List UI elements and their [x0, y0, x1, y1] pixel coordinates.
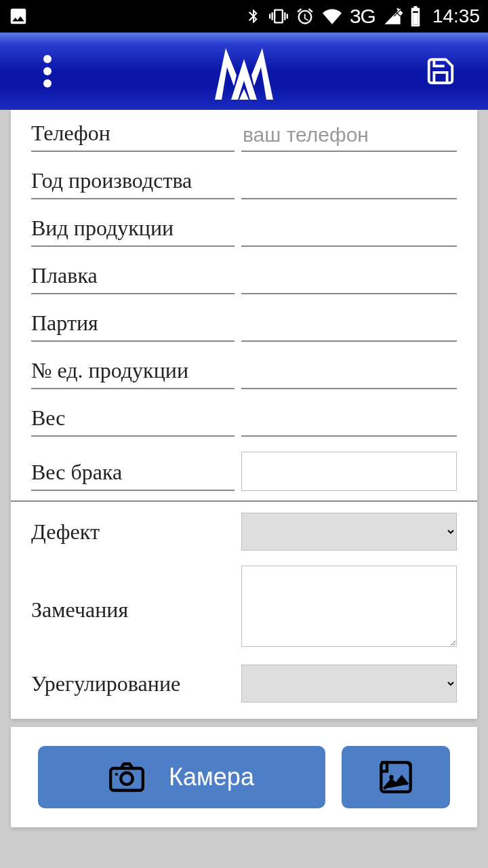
network-3g-icon: 3G [350, 5, 375, 28]
row-weight: Вес [11, 404, 477, 437]
save-button[interactable] [420, 51, 461, 92]
input-product-type[interactable] [241, 216, 457, 247]
row-settlement: Урегулирование [11, 665, 477, 703]
row-defect: Дефект [11, 513, 477, 551]
status-bar: 3G 14:35 [0, 0, 488, 33]
gallery-icon [378, 761, 413, 793]
select-defect[interactable] [241, 513, 457, 551]
camera-button-label: Камера [169, 763, 254, 791]
label-unit-number: № ед. продукции [31, 357, 235, 389]
camera-icon [109, 762, 144, 792]
svg-point-5 [43, 79, 52, 87]
svg-point-11 [121, 773, 132, 785]
app-bar [0, 33, 488, 110]
bluetooth-icon [245, 7, 262, 26]
input-batch[interactable] [241, 311, 457, 342]
input-weight[interactable] [241, 406, 457, 437]
alarm-icon [296, 7, 314, 26]
label-melting: Плавка [31, 262, 235, 294]
select-settlement[interactable] [241, 665, 457, 703]
battery-icon [409, 6, 422, 26]
row-product-type: Вид продукции [11, 214, 477, 247]
input-unit-number[interactable] [241, 358, 457, 389]
input-weight-defect[interactable] [241, 452, 457, 491]
svg-rect-2 [413, 13, 418, 25]
app-logo [207, 40, 281, 102]
label-settlement: Урегулирование [31, 670, 235, 697]
vibrate-icon [268, 7, 289, 26]
gallery-button[interactable] [342, 746, 450, 808]
actions-card: Камера [11, 727, 477, 827]
label-product-type: Вид продукции [31, 214, 235, 247]
svg-point-3 [43, 55, 52, 63]
svg-point-4 [43, 67, 52, 75]
textarea-remarks[interactable] [241, 566, 457, 647]
label-defect: Дефект [31, 518, 235, 545]
clock-text: 14:35 [432, 5, 480, 27]
label-weight: Вес [31, 404, 235, 437]
row-year: Год производства [11, 167, 477, 199]
row-unit-number: № ед. продукции [11, 357, 477, 389]
svg-marker-6 [215, 48, 237, 100]
label-phone: Телефон [31, 119, 235, 152]
input-phone[interactable] [241, 121, 457, 152]
label-batch: Партия [31, 309, 235, 342]
row-weight-defect: Вес брака [11, 452, 477, 491]
input-melting[interactable] [241, 263, 457, 294]
row-remarks: Замечания [11, 566, 477, 650]
label-year: Год производства [31, 167, 235, 199]
signal-icon [382, 7, 403, 26]
row-phone: Телефон [11, 119, 477, 152]
row-melting: Плавка [11, 262, 477, 294]
label-weight-defect: Вес брака [31, 458, 235, 491]
input-year[interactable] [241, 168, 457, 199]
camera-button[interactable]: Камера [38, 746, 325, 808]
menu-button[interactable] [27, 51, 68, 92]
section-divider [11, 500, 477, 502]
row-batch: Партия [11, 309, 477, 342]
form-card: Телефон Год производства Вид продукции П… [11, 110, 477, 719]
svg-point-12 [115, 773, 118, 776]
image-icon [8, 6, 28, 26]
svg-marker-7 [251, 48, 273, 100]
label-remarks: Замечания [31, 592, 235, 623]
wifi-icon [321, 7, 343, 26]
